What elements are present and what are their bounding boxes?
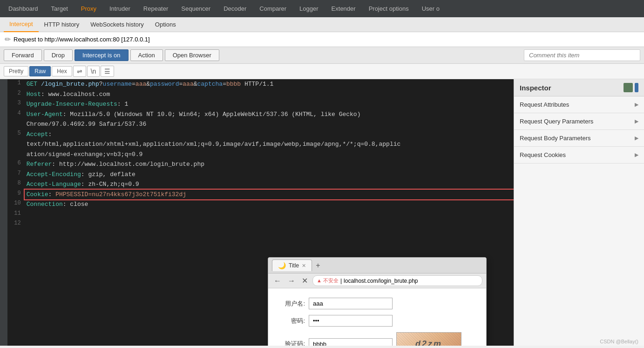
chevron-right-icon: ▶ (635, 118, 638, 124)
browser-form-content: 用户名: 密码: 验证码: d2zm 提交 (268, 288, 486, 346)
code-line-7: 7 Accept-Encoding: gzip, deflate (7, 170, 514, 180)
captcha-image: d2zm (396, 332, 461, 346)
address-url: | (340, 278, 342, 284)
password-row: 密码: (279, 315, 475, 327)
pretty-button[interactable]: Pretty (4, 66, 28, 76)
word-wrap-icon[interactable]: ⇌ (73, 66, 86, 77)
comment-input[interactable] (524, 49, 640, 61)
inspector-icon-1[interactable] (624, 83, 633, 92)
back-button[interactable]: ← (272, 276, 283, 286)
browser-tab-title: Title (289, 262, 299, 269)
password-input[interactable] (309, 315, 393, 327)
code-line-5b: text/html,application/xhtml+xml,applicat… (7, 139, 514, 150)
nav-repeater[interactable]: Repeater (137, 0, 175, 17)
username-input[interactable] (309, 298, 393, 309)
username-row: 用户名: (279, 298, 475, 309)
inspector-header-icons (624, 83, 638, 92)
intercept-toggle-button[interactable]: Intercept is on (75, 49, 129, 61)
inspector-header: Inspector (514, 79, 644, 96)
security-warning-icon: ▲ 不安全 (317, 277, 339, 284)
inspector-section-label: Request Query Parameters (520, 118, 593, 125)
forward-nav-button[interactable]: → (286, 276, 297, 286)
browser-tab-bar: 🌙 Title ✕ + (268, 258, 486, 273)
code-line-4: 4 User-Agent: Mozilla/5.0 (Windows NT 10… (7, 109, 514, 120)
chevron-right-icon: ▶ (635, 102, 638, 108)
tab-intercept[interactable]: Intercept (4, 17, 39, 32)
code-line-5c: ation/signed-exchange;v=b3;q=0.9 (7, 150, 514, 160)
code-line-4b: Chrome/97.0.4692.99 Safari/537.36 (7, 119, 514, 130)
nav-sequencer[interactable]: Sequencer (175, 0, 217, 17)
browser-nav-bar: ← → ✕ ▲ 不安全 | localhost.com/login_brute.… (268, 273, 486, 288)
format-toolbar: Pretty Raw Hex ⇌ \n ☰ (0, 64, 644, 79)
captcha-row: 验证码: d2zm (279, 332, 475, 346)
tab-close-icon[interactable]: ✕ (302, 263, 306, 269)
close-nav-button[interactable]: ✕ (300, 275, 310, 286)
inspector-section-label: Request Body Parameters (520, 135, 590, 142)
code-line-12: 12 (7, 219, 514, 230)
new-tab-button[interactable]: + (314, 261, 322, 270)
inspector-request-query-params[interactable]: Request Query Parameters ▶ (514, 113, 644, 130)
tab-websockets-history[interactable]: WebSockets history (85, 17, 149, 32)
inspector-section-label: Request Attributes (520, 101, 569, 108)
browser-tab[interactable]: 🌙 Title ✕ (272, 259, 312, 271)
nav-comparer[interactable]: Comparer (253, 0, 293, 17)
password-label: 密码: (279, 317, 305, 325)
captcha-label: 验证码: (279, 340, 305, 346)
code-line-5: 5 Accept: (7, 130, 514, 140)
code-line-2: 2 Host: www.localhost.com (7, 89, 514, 100)
inspector-request-attributes[interactable]: Request Attributes ▶ (514, 96, 644, 113)
chevron-right-icon: ▶ (635, 152, 638, 158)
nav-intruder[interactable]: Intruder (103, 0, 137, 17)
address-url-text: localhost.com/login_brute.php (344, 278, 418, 284)
nav-decoder[interactable]: Decoder (217, 0, 253, 17)
edit-icon: ✏ (5, 35, 11, 44)
nav-project-options[interactable]: Project options (362, 0, 415, 17)
nav-target[interactable]: Target (45, 0, 75, 17)
code-line-10: 10 Connection: close (7, 199, 514, 210)
inspector-section-label: Request Cookies (520, 151, 566, 158)
username-label: 用户名: (279, 300, 305, 308)
inspector-request-body-params[interactable]: Request Body Parameters ▶ (514, 130, 644, 147)
browser-popup: 🌙 Title ✕ + ← → ✕ ▲ 不安全 | localhost.com/… (268, 257, 487, 346)
code-line-1: 1 GET /login_brute.php?username=aaa&pass… (7, 79, 514, 89)
inspector-title: Inspector (520, 84, 551, 92)
sub-navigation: Intercept HTTP history WebSockets histor… (0, 17, 644, 32)
action-button[interactable]: Action (130, 49, 163, 61)
captcha-input[interactable] (309, 338, 393, 346)
request-bar: ✏ Request to http://www.localhost.com:80… (0, 32, 644, 47)
watermark: CSDN @Bellay() (600, 339, 638, 344)
open-browser-button[interactable]: Open Browser (165, 49, 219, 61)
address-bar[interactable]: ▲ 不安全 | localhost.com/login_brute.php (312, 275, 482, 286)
forward-button[interactable]: Forward (4, 49, 42, 61)
code-line-8: 8 Accept-Language: zh-CN,zh;q=0.9 (7, 179, 514, 190)
code-line-3: 3 Upgrade-Insecure-Requests: 1 (7, 99, 514, 109)
newline-icon[interactable]: \n (87, 66, 100, 77)
request-url: Request to http://www.localhost.com:80 [… (14, 36, 150, 43)
inspector-request-cookies[interactable]: Request Cookies ▶ (514, 147, 644, 164)
code-line-11: 11 (7, 210, 514, 220)
nav-user[interactable]: User o (415, 0, 446, 17)
nav-proxy[interactable]: Proxy (75, 0, 103, 17)
chevron-right-icon: ▶ (635, 135, 638, 141)
inspector-panel: Inspector Request Attributes ▶ Request Q… (514, 79, 644, 346)
left-sidebar (0, 79, 7, 346)
top-navigation: Dashboard Target Proxy Intruder Repeater… (0, 0, 644, 17)
nav-extender[interactable]: Extender (325, 0, 362, 17)
inspector-icon-2[interactable] (635, 83, 638, 92)
menu-icon[interactable]: ☰ (101, 66, 114, 77)
hex-button[interactable]: Hex (52, 66, 72, 76)
raw-button[interactable]: Raw (29, 66, 51, 76)
code-line-6: 6 Referer: http://www.localhost.com/logi… (7, 159, 514, 170)
nav-logger[interactable]: Logger (293, 0, 325, 17)
code-line-9: 9 Cookie: PHPSESSID=nu27n4kks67j3o2t751k… (7, 190, 514, 200)
nav-dashboard[interactable]: Dashboard (2, 0, 45, 17)
drop-button[interactable]: Drop (44, 49, 73, 61)
captcha-text: d2zm (415, 339, 442, 346)
tab-http-history[interactable]: HTTP history (39, 17, 85, 32)
tab-options[interactable]: Options (149, 17, 182, 32)
intercept-toolbar: Forward Drop Intercept is on Action Open… (0, 47, 644, 64)
